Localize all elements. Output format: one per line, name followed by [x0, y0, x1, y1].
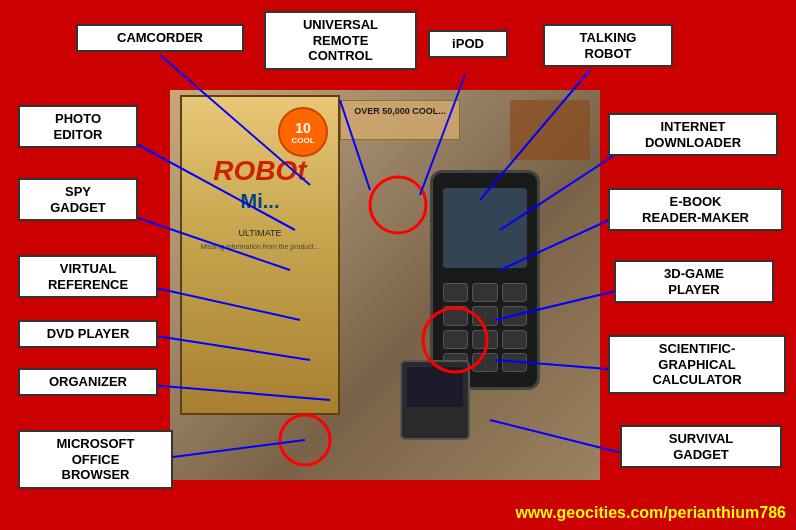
virtual-reference-label: VIRTUALREFERENCE	[18, 255, 158, 298]
dvd-player-label: DVD PLAYER	[18, 320, 158, 348]
microsoft-office-label: MICROSOFTOFFICEBROWSER	[18, 430, 173, 489]
spy-gadget-label: SPYGADGET	[18, 178, 138, 221]
ipod-label: iPOD	[428, 30, 508, 58]
center-image: 10 COOL ROBOt Mi... ULTIMATE Missing inf…	[170, 90, 600, 480]
organizer-label: ORGANIZER	[18, 368, 158, 396]
talking-robot-label: TALKINGROBOT	[543, 24, 673, 67]
photo-editor-label: PHOTOEDITOR	[18, 105, 138, 148]
ebook-reader-label: E-BOOKREADER-MAKER	[608, 188, 783, 231]
website-url: www.geocities.com/perianthium786	[515, 504, 786, 522]
universal-remote-label: UNIVERSALREMOTECONTROL	[264, 11, 417, 70]
camcorder-label: CAMCORDER	[76, 24, 244, 52]
phone-device	[430, 170, 540, 390]
scientific-calc-label: SCIENTIFIC-GRAPHICALCALCULATOR	[608, 335, 786, 394]
survival-gadget-label: SURVIVALGADGET	[620, 425, 782, 468]
game-player-label: 3D-GAMEPLAYER	[614, 260, 774, 303]
internet-downloader-label: INTERNETDOWNLOADER	[608, 113, 778, 156]
small-device	[400, 360, 470, 440]
